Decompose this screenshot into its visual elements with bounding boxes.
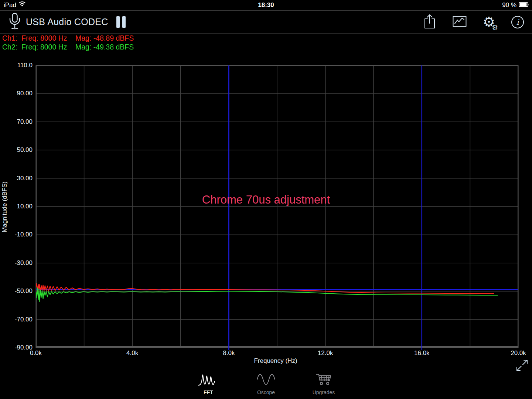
device-title: USB Audio CODEC xyxy=(26,17,108,27)
tab-oscope[interactable]: Oscope xyxy=(237,372,295,395)
x-tick-label: 8.0k xyxy=(213,349,244,357)
tab-upgrades[interactable]: Upgrades xyxy=(295,372,352,395)
x-tick-label: 20.0k xyxy=(503,349,532,357)
y-tick-label: -70.00 xyxy=(10,316,33,323)
x-tick-label: 12.0k xyxy=(310,349,341,357)
ch1-readout: Ch1: Freq: 8000 Hz Mag: -48.89 dBFS xyxy=(0,34,532,42)
ch2-frequency: Freq: 8000 Hz xyxy=(21,43,75,51)
expand-icon[interactable] xyxy=(515,358,529,374)
ch2-magnitude: Mag: -49.38 dBFS xyxy=(75,43,134,51)
channel-readouts: Ch1: Freq: 8000 Hz Mag: -48.89 dBFS Ch2:… xyxy=(0,34,532,53)
pause-button[interactable] xyxy=(116,16,126,28)
info-icon[interactable]: i xyxy=(511,16,524,28)
fft-spectrum-icon xyxy=(198,372,219,388)
tab-upgrades-label: Upgrades xyxy=(313,389,335,395)
ch1-frequency: Freq: 8000 Hz xyxy=(21,34,75,42)
y-axis-title: Magnitude (dBFS) xyxy=(1,170,8,244)
tab-bar: FFT Oscope Upgrades xyxy=(180,372,352,395)
x-tick-label: 0.0k xyxy=(20,349,51,357)
y-tick-label: 10.00 xyxy=(10,203,33,210)
chart-icon[interactable] xyxy=(453,16,467,28)
ch2-readout: Ch2: Freq: 8000 Hz Mag: -49.38 dBFS xyxy=(0,42,532,51)
x-tick-label: 4.0k xyxy=(117,349,148,357)
y-tick-label: 70.00 xyxy=(10,118,33,126)
y-tick-label: 90.00 xyxy=(10,90,33,97)
x-axis-title: Frequency (Hz) xyxy=(239,357,313,365)
ch1-magnitude: Mag: -48.89 dBFS xyxy=(75,34,134,42)
y-tick-label: 110.0 xyxy=(10,62,33,69)
tab-fft-label: FFT xyxy=(204,389,213,395)
y-tick-label: -30.00 xyxy=(10,259,33,267)
microphone-icon[interactable] xyxy=(8,13,21,31)
y-tick-label: 30.00 xyxy=(10,175,33,182)
shopping-cart-icon xyxy=(315,372,332,388)
y-tick-label: -10.00 xyxy=(10,231,33,238)
y-tick-label: -50.00 xyxy=(10,287,33,295)
app-screen: iPad 18:30 90 % xyxy=(0,0,532,399)
tab-oscope-label: Oscope xyxy=(257,389,275,395)
battery-percent: 90 % xyxy=(502,1,516,9)
chart-annotation: Chrome 70us adjustment xyxy=(202,193,330,207)
battery-icon xyxy=(519,1,529,9)
ch1-label: Ch1: xyxy=(2,34,21,42)
status-bar: iPad 18:30 90 % xyxy=(0,0,532,11)
y-tick-label: 50.00 xyxy=(10,146,33,154)
sine-wave-icon xyxy=(256,372,276,388)
settings-gear-icon[interactable]: ⚙ ⚙ xyxy=(483,15,495,29)
tab-fft[interactable]: FFT xyxy=(180,372,237,395)
fft-plot[interactable] xyxy=(36,65,518,348)
toolbar: USB Audio CODEC ⚙ ⚙ i xyxy=(0,11,532,34)
share-icon[interactable] xyxy=(423,14,436,30)
clock: 18:30 xyxy=(0,1,532,9)
ch2-label: Ch2: xyxy=(2,43,21,51)
x-tick-label: 16.0k xyxy=(406,349,437,357)
